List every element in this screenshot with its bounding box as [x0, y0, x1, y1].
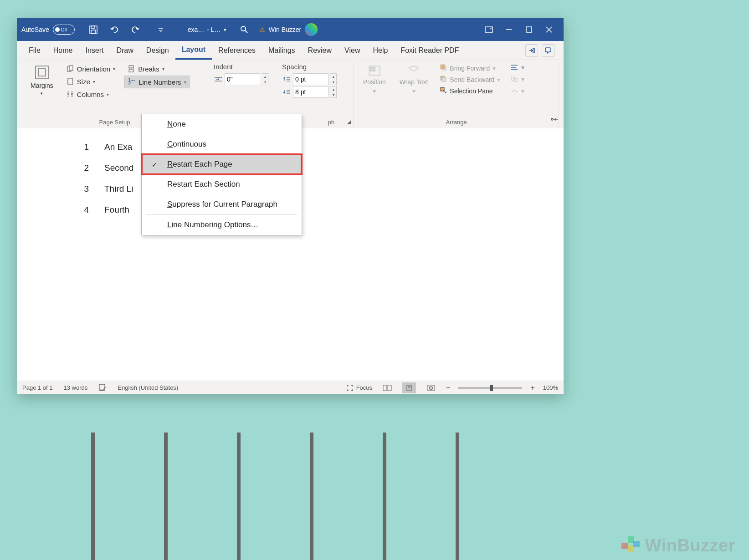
customize-qat-icon[interactable]: [155, 24, 167, 36]
spacing-after-icon: [282, 88, 291, 96]
bring-forward-icon: [440, 64, 447, 72]
status-page[interactable]: Page 1 of 1: [22, 384, 53, 391]
line-numbers-menu: None Continuous ✓ Restart Each Page RRes…: [141, 114, 302, 235]
spinner-down[interactable]: ▾: [330, 79, 336, 85]
tab-design[interactable]: Design: [140, 41, 175, 60]
send-backward-icon: [440, 75, 447, 84]
background-decoration: [310, 433, 313, 560]
selection-pane-button[interactable]: Selection Pane: [438, 86, 502, 96]
collapse-ribbon-icon[interactable]: [550, 116, 558, 124]
tab-insert[interactable]: Insert: [79, 41, 110, 60]
minimize-button[interactable]: [499, 18, 519, 41]
focus-mode-button[interactable]: Focus: [346, 384, 372, 392]
menu-item-options[interactable]: Line Numbering Options…: [142, 215, 302, 235]
close-button[interactable]: [539, 18, 559, 41]
svg-line-5: [245, 31, 247, 33]
status-words[interactable]: 13 words: [64, 384, 88, 391]
align-button[interactable]: ▾: [508, 63, 526, 72]
title-chevron-icon[interactable]: ▾: [224, 27, 226, 33]
document-title: exa… - L… ▾: [188, 26, 226, 33]
spacing-after-input[interactable]: ▴▾: [282, 86, 337, 98]
svg-point-51: [551, 118, 553, 120]
spinner-up[interactable]: ▴: [330, 74, 336, 79]
background-decoration: [164, 433, 168, 560]
checkmark-icon: ✓: [152, 161, 158, 169]
size-button[interactable]: Size▾: [63, 76, 118, 87]
autosave-toggle[interactable]: AutoSave Off: [21, 25, 75, 35]
columns-button[interactable]: Columns▾: [63, 88, 118, 100]
user-account[interactable]: ⚠ Win Buzzer: [259, 23, 318, 36]
zoom-slider[interactable]: [458, 387, 522, 389]
spacing-after-value[interactable]: [293, 86, 328, 98]
margins-button[interactable]: Margins ▾: [27, 63, 57, 100]
tab-help[interactable]: Help: [366, 41, 394, 60]
zoom-level[interactable]: 100%: [543, 384, 558, 391]
indent-heading: Indent: [214, 63, 268, 71]
web-layout-icon[interactable]: [424, 382, 438, 393]
indent-left-value[interactable]: [225, 73, 260, 85]
spinner-up[interactable]: ▴: [330, 87, 336, 92]
spacing-before-input[interactable]: ▴▾: [282, 73, 337, 85]
svg-rect-55: [383, 385, 387, 391]
background-decoration: [456, 433, 459, 560]
maximize-button[interactable]: [519, 18, 539, 41]
search-icon[interactable]: [238, 24, 250, 36]
status-language[interactable]: English (United States): [118, 384, 178, 391]
redo-icon[interactable]: [129, 24, 141, 36]
autosave-label: AutoSave: [21, 26, 49, 33]
tab-file[interactable]: File: [22, 41, 47, 60]
watermark: WinBuzzer: [621, 536, 735, 555]
share-icon[interactable]: [525, 44, 538, 57]
breaks-icon: [127, 65, 135, 73]
svg-rect-8: [526, 27, 532, 32]
comments-icon[interactable]: [542, 44, 554, 57]
svg-rect-56: [388, 385, 391, 391]
spinner-up[interactable]: ▴: [262, 74, 268, 79]
svg-rect-40: [370, 67, 375, 71]
line-numbers-icon: 1—2—: [128, 78, 136, 86]
spacing-heading: Spacing: [282, 63, 337, 71]
print-layout-icon[interactable]: [402, 382, 416, 393]
svg-rect-17: [68, 78, 72, 85]
svg-point-4: [241, 26, 246, 31]
menu-item-suppress[interactable]: Suppress for Current Paragraph: [142, 194, 302, 214]
tab-references[interactable]: References: [212, 41, 262, 60]
spelling-icon[interactable]: [98, 383, 107, 392]
spacing-before-value[interactable]: [293, 73, 328, 85]
line-numbers-button[interactable]: 1—2— Line Numbers▾: [124, 76, 189, 88]
tab-home[interactable]: Home: [47, 41, 79, 60]
svg-rect-13: [36, 66, 48, 79]
tab-layout[interactable]: Layout: [175, 41, 212, 60]
undo-icon[interactable]: [108, 24, 120, 36]
tab-draw[interactable]: Draw: [110, 41, 139, 60]
tab-review[interactable]: Review: [302, 41, 338, 60]
svg-rect-42: [441, 65, 445, 69]
avatar: [305, 23, 318, 36]
word-window: AutoSave Off exa… - L… ▾ ⚠ Win Buzzer: [17, 18, 564, 394]
menu-item-continuous[interactable]: Continuous: [142, 134, 302, 154]
spinner-down[interactable]: ▾: [330, 92, 336, 97]
zoom-in-icon[interactable]: +: [530, 384, 534, 392]
tab-mailings[interactable]: Mailings: [262, 41, 302, 60]
svg-rect-54: [99, 384, 105, 391]
read-mode-icon[interactable]: [380, 382, 394, 393]
menu-item-restart-each-section[interactable]: RRestart Each Section: [142, 174, 302, 194]
spinner-down[interactable]: ▾: [262, 79, 268, 85]
save-icon[interactable]: [87, 24, 99, 36]
zoom-out-icon[interactable]: −: [446, 384, 450, 392]
ribbon-display-icon[interactable]: [479, 18, 499, 41]
orientation-button[interactable]: Orientation▾: [63, 63, 118, 75]
paragraph-dialog-launcher[interactable]: ◢: [347, 119, 351, 125]
background-decoration: [91, 433, 95, 560]
tab-view[interactable]: View: [338, 41, 366, 60]
menu-item-restart-each-page[interactable]: ✓ Restart Each Page: [142, 154, 302, 174]
tab-foxit[interactable]: Foxit Reader PDF: [394, 41, 465, 60]
svg-rect-1: [91, 26, 95, 28]
background-decoration: [237, 433, 241, 560]
user-name: Win Buzzer: [269, 26, 302, 33]
menu-item-none[interactable]: None: [142, 114, 302, 134]
group-button: ▾: [508, 75, 526, 84]
indent-left-icon: [214, 75, 223, 83]
indent-left-input[interactable]: ▴▾: [214, 73, 268, 85]
breaks-button[interactable]: Breaks▾: [124, 63, 189, 75]
